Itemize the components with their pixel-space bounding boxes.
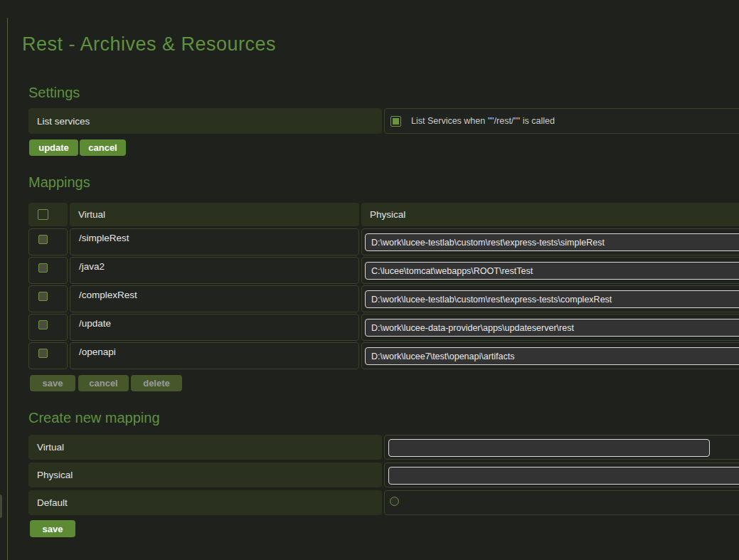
create-virtual-value-cell xyxy=(384,435,739,460)
select-all-checkbox[interactable] xyxy=(38,209,48,220)
list-services-checkbox-label: List Services when ""/rest/"" is called xyxy=(411,116,555,126)
create-physical-value-cell xyxy=(384,463,739,487)
settings-heading: Settings xyxy=(28,85,80,101)
create-physical-label: Physical xyxy=(37,470,73,480)
mappings-save-button[interactable]: save xyxy=(30,375,75,391)
header-physical-cell: Physical xyxy=(361,203,739,226)
virtual-value: /update xyxy=(79,318,111,329)
create-default-label: Default xyxy=(37,497,68,508)
create-mapping-heading: Create new mapping xyxy=(28,410,160,426)
create-virtual-label-cell: Virtual xyxy=(28,435,382,460)
mappings-delete-button[interactable]: delete xyxy=(131,375,182,391)
virtual-value: /complexRest xyxy=(79,290,137,300)
row-checkbox[interactable] xyxy=(38,263,48,273)
list-services-value-cell: List Services when ""/rest/"" is called xyxy=(384,108,739,134)
row-checkbox[interactable] xyxy=(38,235,48,244)
create-physical-label-cell: Physical xyxy=(28,463,382,487)
list-services-label: List services xyxy=(37,116,90,127)
physical-path-input[interactable] xyxy=(365,347,739,365)
physical-path-input[interactable] xyxy=(365,233,739,251)
create-physical-input[interactable] xyxy=(388,467,739,485)
table-row-virtual-cell: /simpleRest xyxy=(70,228,359,255)
create-default-label-cell: Default xyxy=(28,490,382,515)
header-virtual-cell: Virtual xyxy=(70,203,359,226)
list-services-label-cell: List services xyxy=(28,108,382,134)
create-default-value-cell xyxy=(384,490,739,515)
left-border-line xyxy=(7,18,8,560)
list-services-checkbox[interactable] xyxy=(390,116,401,127)
left-edge-artifact xyxy=(0,495,2,518)
virtual-column-header: Virtual xyxy=(78,209,105,220)
page-title: Rest - Archives & Resources xyxy=(22,33,276,56)
table-row-select-cell xyxy=(28,228,68,255)
table-row-virtual-cell: /openapi xyxy=(70,342,359,369)
mappings-heading: Mappings xyxy=(28,174,90,191)
physical-path-input[interactable] xyxy=(365,290,739,308)
table-row-physical-cell xyxy=(361,342,739,369)
table-row-select-cell xyxy=(28,314,68,341)
virtual-value: /simpleRest xyxy=(79,233,129,243)
header-select-cell xyxy=(28,203,68,226)
table-row-select-cell xyxy=(28,257,68,284)
create-virtual-label: Virtual xyxy=(37,442,64,453)
table-row-virtual-cell: /complexRest xyxy=(70,285,359,312)
virtual-value: /java2 xyxy=(79,261,105,272)
create-default-radio[interactable] xyxy=(390,497,399,506)
table-row-physical-cell xyxy=(361,257,739,284)
table-row-physical-cell xyxy=(361,228,739,255)
row-checkbox[interactable] xyxy=(38,292,48,301)
physical-path-input[interactable] xyxy=(365,262,739,280)
settings-cancel-button[interactable]: cancel xyxy=(80,139,126,156)
table-row-select-cell xyxy=(28,285,68,312)
create-virtual-input[interactable] xyxy=(388,439,710,457)
create-save-button[interactable]: save xyxy=(30,520,75,537)
physical-column-header: Physical xyxy=(370,209,405,220)
table-row-physical-cell xyxy=(361,314,739,341)
virtual-value: /openapi xyxy=(79,347,116,357)
update-button[interactable]: update xyxy=(29,139,78,156)
table-row-physical-cell xyxy=(361,285,739,312)
table-row-virtual-cell: /java2 xyxy=(70,257,359,284)
table-row-virtual-cell: /update xyxy=(70,314,359,341)
table-row-select-cell xyxy=(28,342,68,369)
row-checkbox[interactable] xyxy=(38,349,48,358)
physical-path-input[interactable] xyxy=(365,319,739,337)
mappings-cancel-button[interactable]: cancel xyxy=(78,375,129,391)
row-checkbox[interactable] xyxy=(38,320,48,329)
